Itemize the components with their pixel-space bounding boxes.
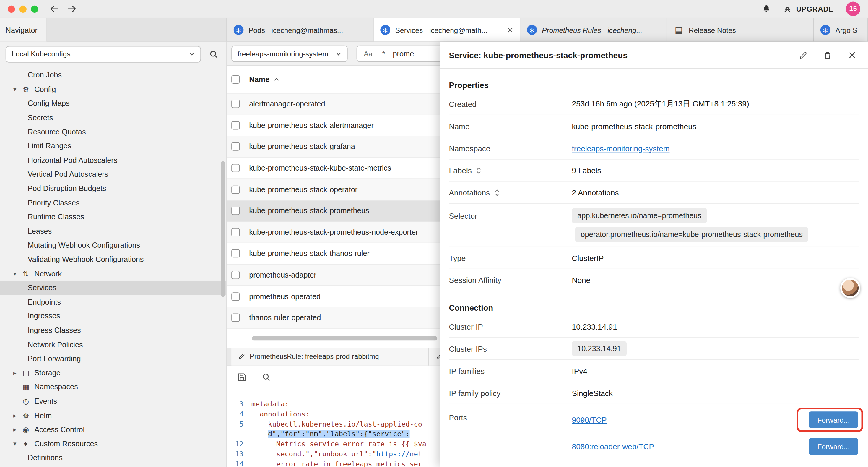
port-link[interactable]: 9090/TCP bbox=[572, 415, 607, 424]
sidebar-item[interactable]: Priority Classes bbox=[0, 196, 226, 210]
sidebar-item[interactable]: Network Policies bbox=[0, 338, 226, 352]
sidebar-item[interactable]: ▾ ⚙ Config bbox=[0, 82, 226, 96]
minimize-window-button[interactable] bbox=[20, 5, 27, 12]
sidebar-item[interactable]: ▾ ∗ Custom Resources bbox=[0, 437, 226, 451]
nav-tab[interactable]: ∗ Argo S bbox=[814, 18, 868, 42]
sidebar-item[interactable]: ◷ Events bbox=[0, 394, 226, 408]
row-checkbox[interactable] bbox=[231, 143, 240, 151]
close-tab-icon[interactable] bbox=[507, 27, 513, 33]
sidebar-item[interactable]: Definitions bbox=[0, 451, 226, 465]
line-number: 14 bbox=[227, 459, 251, 467]
property-row-cluster-ips: Cluster IPs 10.233.14.91 bbox=[449, 338, 859, 360]
sort-ascending-icon bbox=[273, 78, 279, 81]
save-icon[interactable] bbox=[235, 370, 249, 384]
line-number: 4 bbox=[227, 409, 251, 419]
sidebar-item[interactable]: Config Maps bbox=[0, 96, 226, 111]
tab-bar: Navigator ∗ Pods - icecheng@mathmas... ∗… bbox=[0, 18, 868, 42]
sidebar-item[interactable]: ▸ ◉ Access Control bbox=[0, 422, 226, 437]
property-row-name: Name kube-prometheus-stack-prometheus bbox=[449, 115, 859, 138]
sidebar-item[interactable]: Limit Ranges bbox=[0, 139, 226, 153]
row-checkbox[interactable] bbox=[231, 314, 240, 322]
navigator-tab[interactable]: Navigator bbox=[0, 18, 47, 42]
row-checkbox[interactable] bbox=[231, 207, 240, 215]
search-value: prome bbox=[393, 50, 414, 58]
sidebar-item[interactable]: Vertical Pod Autoscalers bbox=[0, 167, 226, 181]
close-window-button[interactable] bbox=[8, 5, 15, 12]
sidebar-item[interactable]: Cron Jobs bbox=[0, 68, 226, 82]
forward-button[interactable] bbox=[66, 4, 78, 14]
row-checkbox[interactable] bbox=[231, 228, 240, 236]
notification-count-badge[interactable]: 15 bbox=[846, 2, 860, 16]
editor-tab-active[interactable]: PrometheusRule: freeleaps-prod-rabbitmq bbox=[231, 348, 429, 365]
service-name: kube-prometheus-stack-operator bbox=[249, 185, 358, 194]
edit-icon[interactable] bbox=[796, 48, 810, 62]
sidebar-item[interactable]: ▾ ⇅ Network bbox=[0, 267, 226, 281]
nav-tab[interactable]: ▤ Release Notes bbox=[667, 18, 814, 42]
namespace-filter[interactable]: freeleaps-monitoring-system bbox=[231, 46, 347, 62]
nav-tab[interactable]: ∗ Prometheus Rules - icecheng... bbox=[520, 18, 667, 42]
notifications-bell-icon[interactable] bbox=[762, 4, 771, 14]
sidebar-item[interactable]: Secrets bbox=[0, 111, 226, 125]
sidebar-item[interactable]: ▦ Namespaces bbox=[0, 380, 226, 394]
service-name: kube-prometheus-stack-thanos-ruler bbox=[249, 250, 370, 258]
category-icon: ◉ bbox=[23, 426, 34, 433]
sidebar-item[interactable]: Pod Disruption Budgets bbox=[0, 181, 226, 196]
sidebar-item[interactable]: Services bbox=[0, 281, 226, 295]
match-case-toggle[interactable]: Aa bbox=[364, 50, 373, 58]
namespace-link[interactable]: freeleaps-monitoring-system bbox=[572, 144, 670, 152]
sidebar-item[interactable]: Ingress Classes bbox=[0, 323, 226, 338]
row-checkbox[interactable] bbox=[231, 271, 240, 279]
editor-search-icon[interactable] bbox=[259, 370, 274, 384]
horizontal-scrollbar[interactable] bbox=[252, 336, 438, 340]
delete-icon[interactable] bbox=[820, 48, 835, 62]
port-row: 8080:reloader-web/TCP Forward... bbox=[572, 434, 859, 459]
upgrade-label: UPGRADE bbox=[796, 5, 834, 13]
sidebar-search-icon[interactable] bbox=[207, 47, 221, 61]
sidebar-item[interactable]: Leases bbox=[0, 224, 226, 238]
sidebar-item[interactable]: Runtime Classes bbox=[0, 210, 226, 224]
close-drawer-icon[interactable] bbox=[845, 48, 859, 62]
row-checkbox[interactable] bbox=[231, 292, 240, 300]
property-row-labels: Labels 9 Labels bbox=[449, 159, 859, 182]
sidebar-item[interactable]: ▸ ▤ Storage bbox=[0, 366, 226, 380]
expand-toggle-icon[interactable] bbox=[494, 188, 500, 196]
sidebar-item[interactable]: Mutating Webhook Configurations bbox=[0, 238, 226, 253]
row-checkbox[interactable] bbox=[231, 164, 240, 172]
port-forward-button[interactable]: Forward... bbox=[809, 411, 858, 428]
port-link[interactable]: 8080:reloader-web/TCP bbox=[572, 442, 654, 451]
sidebar-item[interactable]: Validating Webhook Configurations bbox=[0, 253, 226, 267]
row-checkbox[interactable] bbox=[231, 185, 240, 194]
properties-section-title: Properties bbox=[449, 78, 859, 93]
property-label: IP family policy bbox=[449, 388, 572, 397]
editor-tab-label: PrometheusRule: freeleaps-prod-rabbitmq bbox=[250, 353, 379, 360]
regex-toggle[interactable]: .* bbox=[380, 50, 385, 58]
row-checkbox[interactable] bbox=[231, 250, 240, 258]
service-name: alertmanager-operated bbox=[249, 100, 325, 108]
name-column-header[interactable]: Name bbox=[249, 76, 279, 84]
upgrade-button[interactable]: UPGRADE bbox=[783, 5, 834, 13]
row-checkbox[interactable] bbox=[231, 100, 240, 108]
sidebar-item[interactable]: Port Forwarding bbox=[0, 352, 226, 366]
nav-tab[interactable]: ∗ Services - icecheng@math... bbox=[374, 18, 521, 42]
port-forward-button[interactable]: Forward... bbox=[809, 438, 858, 455]
sidebar-item[interactable]: Horizontal Pod Autoscalers bbox=[0, 153, 226, 167]
kubeconfig-selector[interactable]: Local Kubeconfigs bbox=[6, 46, 201, 62]
back-button[interactable] bbox=[48, 4, 60, 14]
property-label: Labels bbox=[449, 166, 572, 175]
row-checkbox[interactable] bbox=[231, 121, 240, 129]
vertical-scrollbar[interactable] bbox=[221, 161, 225, 297]
select-all-checkbox[interactable] bbox=[231, 76, 240, 84]
property-value: ClusterIP bbox=[572, 253, 604, 262]
expand-toggle-icon[interactable] bbox=[476, 167, 482, 174]
assistant-avatar[interactable] bbox=[840, 278, 860, 298]
sidebar-item-label: Namespaces bbox=[34, 383, 78, 391]
sidebar-item[interactable]: Resource Quotas bbox=[0, 125, 226, 139]
sidebar-item[interactable]: Ingresses bbox=[0, 309, 226, 323]
selector-badge: operator.prometheus.io/name=kube-prometh… bbox=[575, 227, 808, 242]
sidebar-item[interactable]: ▸ ☸ Helm bbox=[0, 408, 226, 422]
sidebar-item[interactable]: Endpoints bbox=[0, 295, 226, 309]
nav-tab[interactable]: ∗ Pods - icecheng@mathmas... bbox=[227, 18, 374, 42]
sidebar-item-label: Config Maps bbox=[28, 99, 70, 108]
maximize-window-button[interactable] bbox=[31, 5, 38, 12]
chevron-icon: ▾ bbox=[13, 441, 23, 447]
